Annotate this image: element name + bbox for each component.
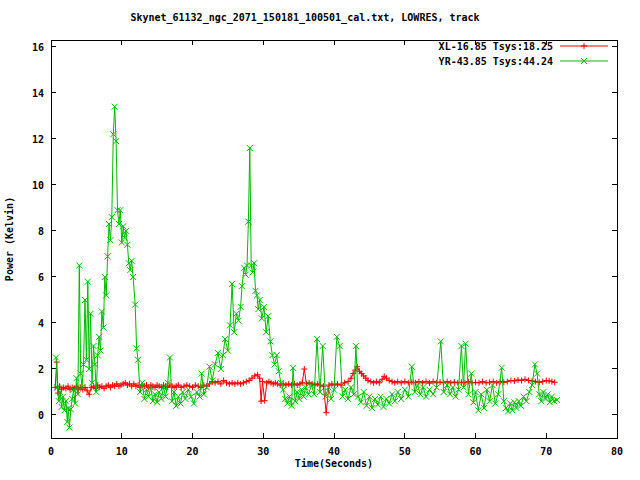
y-tick-label: 4: [38, 318, 44, 329]
x-tick-label: 50: [399, 446, 411, 457]
y-tick-label: 10: [32, 180, 44, 191]
y-tick-label: 14: [32, 88, 44, 99]
x-tick-label: 70: [540, 446, 552, 457]
y-tick-label: 0: [38, 410, 44, 421]
legend-sample-marker: [581, 43, 587, 49]
series-xl-red: [52, 359, 558, 416]
gnuplot-chart: Skynet_61132_ngc_2071_150181_100501_cal.…: [0, 0, 640, 480]
y-tick-label: 16: [32, 42, 44, 53]
x-axis-ticks: 01020304050607080: [48, 40, 623, 457]
series-line-xl: [55, 362, 555, 413]
y-tick-label: 2: [38, 364, 44, 375]
y-tick-label: 8: [38, 226, 44, 237]
x-tick-label: 30: [257, 446, 269, 457]
plot-canvas: Skynet_61132_ngc_2071_150181_100501_cal.…: [0, 0, 640, 480]
x-axis-label: Time(Seconds): [295, 458, 373, 469]
legend-key-samples: [560, 43, 608, 64]
x-tick-label: 40: [328, 446, 340, 457]
y-tick-label: 12: [32, 134, 44, 145]
chart-title: Skynet_61132_ngc_2071_150181_100501_cal.…: [130, 12, 479, 24]
y-axis-ticks: 0246810121416: [32, 42, 617, 421]
series-markers-xl: [52, 359, 558, 416]
legend-label-yr: YR-43.85 Tsys:44.24: [439, 56, 553, 67]
x-tick-label: 80: [611, 446, 623, 457]
legend: XL-16.85 Tsys:18.25 YR-43.85 Tsys:44.24: [439, 41, 608, 67]
y-axis-label: Power (Kelvin): [4, 197, 15, 281]
y-tick-label: 6: [38, 272, 44, 283]
x-tick-label: 10: [116, 446, 128, 457]
x-tick-label: 60: [469, 446, 481, 457]
x-tick-label: 20: [186, 446, 198, 457]
x-tick-label: 0: [48, 446, 54, 457]
series-line-yr: [56, 107, 557, 428]
legend-label-xl: XL-16.85 Tsys:18.25: [439, 41, 553, 52]
